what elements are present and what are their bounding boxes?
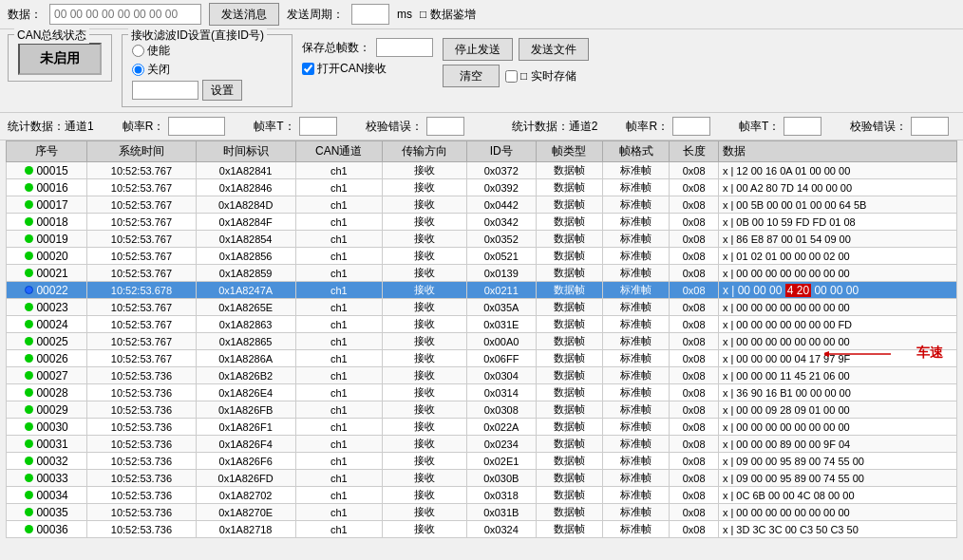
save-frames-input[interactable]: 0 bbox=[376, 38, 433, 57]
frame-format: 标准帧 bbox=[602, 487, 669, 504]
table-row[interactable]: 0002910:52:53.7360x1A826FBch1接收0x0308数据帧… bbox=[7, 401, 957, 419]
data-input[interactable] bbox=[49, 4, 201, 25]
row-indicator: 00034 bbox=[7, 487, 87, 504]
table-row[interactable]: 0003110:52:53.7360x1A826F4ch1接收0x0234数据帧… bbox=[7, 436, 957, 453]
filter-value-input[interactable]: 01 02 bbox=[132, 81, 198, 100]
frame-format: 标准帧 bbox=[602, 470, 669, 487]
table-row[interactable]: 0003010:52:53.7360x1A826F1ch1接收0x022A数据帧… bbox=[7, 419, 957, 436]
row-data: x | 00 00 00 00 00 00 00 00 bbox=[718, 333, 956, 350]
row-indicator: 00026 bbox=[7, 350, 87, 367]
table-row[interactable]: 0001810:52:53.7670x1A8284Fch1接收0x0342数据帧… bbox=[7, 214, 957, 231]
row-id: 00025 bbox=[36, 335, 67, 348]
filter-close-radio[interactable]: 关闭 bbox=[132, 62, 282, 78]
open-can-checkbox[interactable]: 打开CAN接收 bbox=[302, 61, 433, 77]
direction: 接收 bbox=[382, 265, 466, 282]
frame-t2-input[interactable]: 0 bbox=[784, 117, 821, 136]
frame-t1-input[interactable]: 0 bbox=[299, 117, 337, 136]
table-row[interactable]: 0001510:52:53.7670x1A82841ch1接收0x0372数据帧… bbox=[7, 162, 957, 179]
table-row[interactable]: 0003610:52:53.7360x1A82718ch1接收0x0324数据帧… bbox=[7, 521, 957, 538]
length: 0x08 bbox=[670, 453, 719, 470]
table-row[interactable]: 0001710:52:53.7670x1A8284Dch1接收0x0442数据帧… bbox=[7, 196, 957, 214]
send-message-button[interactable]: 发送消息 bbox=[209, 3, 279, 26]
table-row[interactable]: 0002110:52:53.7670x1A82859ch1接收0x0139数据帧… bbox=[7, 265, 957, 282]
table-row[interactable]: 0003310:52:53.7360x1A826FDch1接收0x030B数据帧… bbox=[7, 470, 957, 487]
direction: 接收 bbox=[382, 453, 466, 470]
channel: ch1 bbox=[295, 316, 382, 333]
direction: 接收 bbox=[382, 179, 466, 196]
length: 0x08 bbox=[670, 248, 719, 265]
frame-type: 数据帧 bbox=[536, 265, 602, 282]
sys-time: 10:52:53.767 bbox=[87, 299, 197, 316]
sys-time: 10:52:53.736 bbox=[87, 419, 197, 436]
row-indicator: 00022 bbox=[7, 282, 87, 299]
table-row[interactable]: 0002610:52:53.7670x1A8286Ach1接收0x06FF数据帧… bbox=[7, 350, 957, 367]
table-row[interactable]: 0002010:52:53.7670x1A82856ch1接收0x0521数据帧… bbox=[7, 248, 957, 265]
can-status-button[interactable]: 未启用 bbox=[18, 43, 102, 75]
check-err1-input[interactable]: 0 bbox=[426, 117, 464, 136]
channel: ch1 bbox=[295, 214, 382, 231]
row-id: 00023 bbox=[36, 301, 67, 314]
id-num: 0x0442 bbox=[467, 196, 536, 214]
time-id: 0x1A826FD bbox=[196, 470, 295, 487]
time-id: 0x1A8284D bbox=[196, 196, 295, 214]
frame-r2-input[interactable]: 0 bbox=[672, 117, 710, 136]
direction: 接收 bbox=[382, 214, 466, 231]
direction: 接收 bbox=[382, 401, 466, 419]
channel: ch1 bbox=[295, 401, 382, 419]
table-row[interactable]: 0002310:52:53.7670x1A8265Ech1接收0x035A数据帧… bbox=[7, 299, 957, 316]
sys-time: 10:52:53.767 bbox=[87, 162, 197, 179]
period-label: 发送周期： bbox=[287, 7, 344, 23]
col-seq: 序号 bbox=[7, 141, 87, 162]
table-row[interactable]: 0002510:52:53.7670x1A82865ch1接收0x00A0数据帧… bbox=[7, 333, 957, 350]
row-indicator: 00027 bbox=[7, 367, 87, 384]
id-num: 0x0324 bbox=[467, 521, 536, 538]
check-err2-input[interactable]: 0 bbox=[911, 117, 949, 136]
row-indicator: 00032 bbox=[7, 453, 87, 470]
sys-time: 10:52:53.678 bbox=[87, 282, 197, 299]
realtime-save-checkbox[interactable]: □ 实时存储 bbox=[505, 68, 576, 84]
row-data: x | 00 00 00 00 00 00 00 FD bbox=[718, 316, 956, 333]
table-row[interactable]: 0003210:52:53.7360x1A826F6ch1接收0x02E1数据帧… bbox=[7, 453, 957, 470]
time-id: 0x1A82854 bbox=[196, 231, 295, 248]
table-row[interactable]: 0002410:52:53.7670x1A82863ch1接收0x031E数据帧… bbox=[7, 316, 957, 333]
table-row[interactable]: 0001910:52:53.7670x1A82854ch1接收0x0352数据帧… bbox=[7, 231, 957, 248]
sys-time: 10:52:53.736 bbox=[87, 487, 197, 504]
frame-r1-input[interactable]: 1812.7 bbox=[168, 117, 225, 136]
frame-type: 数据帧 bbox=[536, 504, 602, 521]
table-row[interactable]: 0003510:52:53.7360x1A8270Ech1接收0x031B数据帧… bbox=[7, 504, 957, 521]
table-row[interactable]: 0002210:52:53.6780x1A8247Ach1接收0x0211数据帧… bbox=[7, 282, 957, 299]
frame-format: 标准帧 bbox=[602, 162, 669, 179]
frame-r1-label: 帧率R： bbox=[123, 119, 165, 135]
channel: ch1 bbox=[295, 333, 382, 350]
length: 0x08 bbox=[670, 231, 719, 248]
id-num: 0x0318 bbox=[467, 487, 536, 504]
channel: ch1 bbox=[295, 487, 382, 504]
period-input[interactable]: 10 bbox=[351, 4, 389, 25]
direction: 接收 bbox=[382, 419, 466, 436]
table-row[interactable]: 0002810:52:53.7360x1A826E4ch1接收0x0314数据帧… bbox=[7, 384, 957, 401]
clear-button[interactable]: 清空 bbox=[443, 65, 500, 87]
direction: 接收 bbox=[382, 196, 466, 214]
length: 0x08 bbox=[670, 350, 719, 367]
col-channel: CAN通道 bbox=[295, 141, 382, 162]
sys-time: 10:52:53.767 bbox=[87, 265, 197, 282]
frame-format: 标准帧 bbox=[602, 282, 669, 299]
row-id: 00033 bbox=[36, 472, 67, 485]
frame-format: 标准帧 bbox=[602, 196, 669, 214]
channel: ch1 bbox=[295, 299, 382, 316]
table-row[interactable]: 0001610:52:53.7670x1A82846ch1接收0x0392数据帧… bbox=[7, 179, 957, 196]
row-data: x | 00 00 00 11 45 21 06 00 bbox=[718, 367, 956, 384]
send-file-button[interactable]: 发送文件 bbox=[519, 38, 589, 61]
filter-enable-radio[interactable]: 使能 bbox=[132, 43, 282, 59]
table-row[interactable]: 0003410:52:53.7360x1A82702ch1接收0x0318数据帧… bbox=[7, 487, 957, 504]
frame-format: 标准帧 bbox=[602, 367, 669, 384]
stop-send-button[interactable]: 停止发送 bbox=[443, 38, 513, 61]
set-button[interactable]: 设置 bbox=[202, 80, 242, 101]
id-num: 0x0234 bbox=[467, 436, 536, 453]
table-row[interactable]: 0002710:52:53.7360x1A826B2ch1接收0x0304数据帧… bbox=[7, 367, 957, 384]
check-err1-label: 校验错误： bbox=[366, 119, 423, 135]
frame-type: 数据帧 bbox=[536, 350, 602, 367]
direction: 接收 bbox=[382, 282, 466, 299]
direction: 接收 bbox=[382, 231, 466, 248]
frame-type: 数据帧 bbox=[536, 487, 602, 504]
